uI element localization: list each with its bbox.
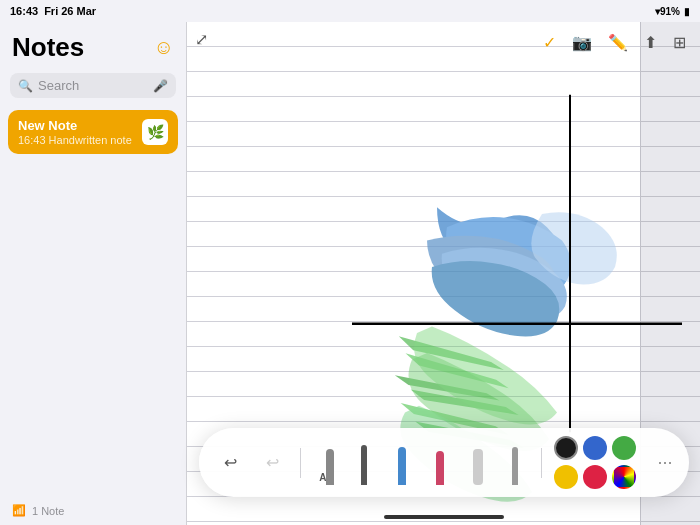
pencil-tool-icon[interactable]: ✏️ — [608, 33, 628, 52]
blue-pen-tool[interactable] — [388, 441, 416, 485]
more-tools-button[interactable]: ··· — [657, 452, 672, 473]
sidebar-header: Notes ☺ — [0, 22, 186, 69]
divider-1 — [300, 448, 301, 478]
top-toolbar: ✓ 📷 ✏️ ⬆ ⊞ — [529, 22, 700, 62]
color-green[interactable] — [612, 436, 636, 460]
camera-icon[interactable]: 📷 — [572, 33, 592, 52]
search-icon: 🔍 — [18, 79, 33, 93]
status-time: 16:43 — [10, 5, 38, 17]
color-blue[interactable] — [583, 436, 607, 460]
pencil-a-tool[interactable]: A — [313, 441, 341, 485]
note-count: 1 Note — [32, 505, 64, 517]
note-item-content: New Note 16:43 Handwritten note — [18, 118, 132, 146]
status-day: Fri 26 Mar — [44, 5, 96, 17]
color-red[interactable] — [583, 465, 607, 489]
sidebar-title: Notes — [12, 32, 84, 63]
check-icon[interactable]: ✓ — [543, 33, 556, 52]
undo-button[interactable]: ↩ — [215, 447, 247, 479]
expand-icon[interactable]: ⤢ — [195, 30, 208, 49]
eraser-tool[interactable] — [464, 441, 492, 485]
home-indicator — [384, 515, 504, 519]
battery-icon: ▮ — [684, 6, 690, 17]
note-title: New Note — [18, 118, 132, 133]
wifi-small-icon: 📶 — [12, 504, 26, 517]
wifi-icon: ▾91% — [655, 6, 680, 17]
app-container: Notes ☺ 🔍 Search 🎤 New Note 16:43 Handwr… — [0, 22, 700, 525]
search-placeholder: Search — [38, 78, 148, 93]
drawing-toolbar: ↩ ↩ A — [199, 428, 689, 497]
sidebar-bottom: 📶 1 Note — [0, 496, 186, 525]
color-rainbow[interactable] — [612, 465, 636, 489]
color-black[interactable] — [554, 436, 578, 460]
redo-button[interactable]: ↩ — [256, 447, 288, 479]
grid-icon[interactable]: ⊞ — [673, 33, 686, 52]
note-list-item[interactable]: New Note 16:43 Handwritten note 🌿 — [8, 110, 178, 154]
status-bar: 16:43 Fri 26 Mar ▾91% ▮ — [0, 0, 700, 22]
main-area: ⤢ ✓ 📷 ✏️ ⬆ ⊞ — [187, 22, 700, 525]
note-subtitle: 16:43 Handwritten note — [18, 134, 132, 146]
lasso-tool[interactable] — [502, 441, 530, 485]
sidebar: Notes ☺ 🔍 Search 🎤 New Note 16:43 Handwr… — [0, 22, 187, 525]
mic-icon: 🎤 — [153, 79, 168, 93]
color-yellow[interactable] — [554, 465, 578, 489]
status-left: 16:43 Fri 26 Mar — [10, 5, 96, 17]
color-palette — [554, 436, 643, 489]
smiley-icon[interactable]: ☺ — [154, 36, 174, 59]
note-badge: 🌿 — [142, 119, 168, 145]
red-pen-tool[interactable] — [426, 441, 454, 485]
fine-pen-tool[interactable] — [351, 441, 379, 485]
share-icon[interactable]: ⬆ — [644, 33, 657, 52]
divider-2 — [541, 448, 542, 478]
search-bar[interactable]: 🔍 Search 🎤 — [10, 73, 176, 98]
status-right: ▾91% ▮ — [655, 6, 690, 17]
